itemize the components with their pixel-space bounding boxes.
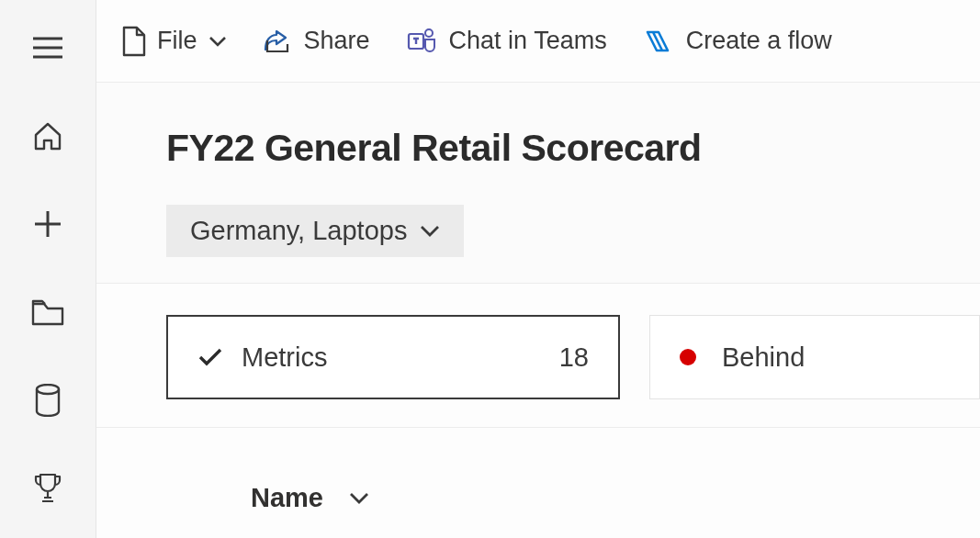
slicer-filter-label: Germany, Laptops	[190, 216, 407, 246]
home-icon	[32, 120, 63, 151]
behind-card[interactable]: Behind	[649, 315, 980, 399]
folder-icon	[31, 298, 64, 326]
summary-cards-row: Metrics 18 Behind	[96, 284, 980, 399]
create-nav-button[interactable]	[28, 204, 68, 244]
home-nav-button[interactable]	[28, 116, 68, 156]
table-header-row: Name	[96, 428, 980, 513]
hamburger-icon	[33, 37, 62, 59]
page-title: FY22 General Retail Scorecard	[166, 127, 980, 170]
teams-icon	[407, 27, 438, 56]
chat-teams-button[interactable]: Chat in Teams	[407, 27, 607, 56]
metrics-card[interactable]: Metrics 18	[166, 315, 620, 399]
browse-nav-button[interactable]	[28, 292, 68, 332]
behind-card-label: Behind	[722, 342, 805, 373]
chevron-down-icon	[208, 36, 227, 47]
metrics-card-count: 18	[559, 342, 589, 373]
svg-point-2	[425, 29, 433, 37]
column-name-header[interactable]: Name	[251, 483, 323, 513]
check-icon	[197, 347, 223, 367]
hamburger-menu-button[interactable]	[28, 28, 68, 68]
plus-icon	[33, 209, 62, 239]
chat-teams-label: Chat in Teams	[449, 27, 607, 55]
create-flow-button[interactable]: Create a flow	[644, 27, 832, 55]
chevron-down-icon	[420, 225, 440, 238]
svg-point-0	[37, 385, 59, 394]
slicer-filter-button[interactable]: Germany, Laptops	[166, 205, 464, 257]
share-label: Share	[304, 27, 370, 55]
chevron-down-icon[interactable]	[349, 492, 369, 505]
file-icon	[122, 26, 146, 57]
status-dot-icon	[680, 349, 696, 365]
create-flow-label: Create a flow	[686, 27, 832, 55]
main-content: File Share Chat in Teams Create a flow F…	[96, 0, 980, 538]
flow-icon	[644, 28, 675, 54]
share-button[interactable]: Share	[264, 27, 370, 55]
metrics-nav-button[interactable]	[28, 468, 68, 509]
file-menu-label: File	[157, 27, 197, 55]
top-toolbar: File Share Chat in Teams Create a flow	[96, 0, 980, 83]
data-hub-nav-button[interactable]	[28, 380, 68, 420]
database-icon	[34, 384, 62, 417]
file-menu-button[interactable]: File	[122, 26, 227, 57]
header-section: FY22 General Retail Scorecard Germany, L…	[96, 83, 980, 284]
metrics-card-label: Metrics	[242, 342, 327, 373]
left-nav-rail	[0, 0, 96, 538]
trophy-icon	[32, 472, 63, 505]
share-icon	[264, 28, 293, 55]
